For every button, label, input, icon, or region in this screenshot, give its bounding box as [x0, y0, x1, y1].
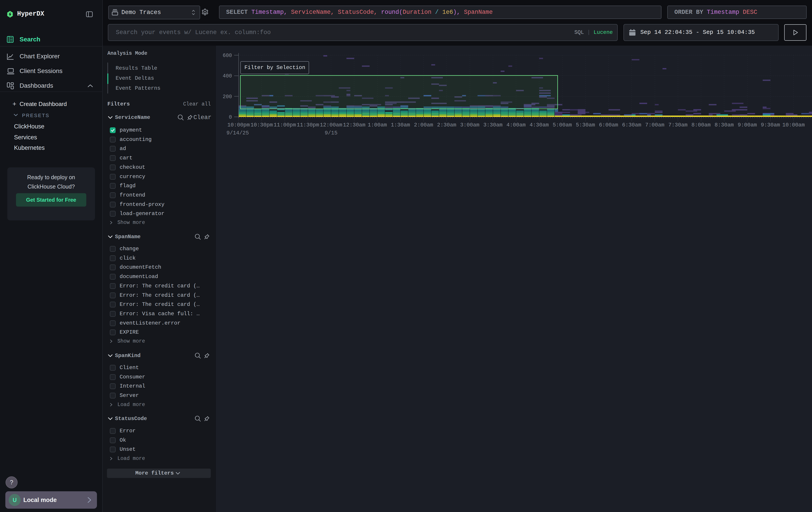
svg-text:6:00am: 6:00am [599, 122, 618, 128]
svg-text:10:00am: 10:00am [782, 122, 805, 128]
svg-text:7:30am: 7:30am [668, 122, 688, 128]
svg-text:10:00pm: 10:00pm [228, 122, 250, 128]
svg-text:1:00am: 1:00am [368, 122, 387, 128]
svg-text:3:30am: 3:30am [483, 122, 502, 128]
svg-text:9:00am: 9:00am [738, 122, 757, 128]
svg-text:3:00am: 3:00am [460, 122, 480, 128]
svg-text:600: 600 [223, 53, 232, 58]
svg-text:1:30am: 1:30am [391, 122, 410, 128]
svg-text:0: 0 [229, 114, 232, 120]
svg-text:7:00am: 7:00am [645, 122, 664, 128]
svg-text:10:30pm: 10:30pm [251, 122, 273, 128]
svg-text:11:30pm: 11:30pm [297, 122, 319, 128]
svg-text:400: 400 [223, 73, 232, 79]
svg-text:9:30am: 9:30am [761, 122, 780, 128]
svg-text:8:00am: 8:00am [692, 122, 710, 128]
svg-text:200: 200 [223, 94, 232, 100]
svg-text:2:00am: 2:00am [414, 122, 433, 128]
svg-text:9/15: 9/15 [325, 130, 338, 136]
svg-text:4:00am: 4:00am [506, 122, 526, 128]
svg-text:6:30am: 6:30am [622, 122, 641, 128]
svg-text:11:00pm: 11:00pm [274, 122, 296, 128]
svg-text:8:30am: 8:30am [715, 122, 734, 128]
svg-text:5:00am: 5:00am [553, 122, 572, 128]
svg-text:5:30am: 5:30am [576, 122, 595, 128]
svg-text:12:30am: 12:30am [343, 122, 366, 128]
svg-text:9/14/25: 9/14/25 [227, 130, 249, 136]
svg-text:2:30am: 2:30am [437, 122, 456, 128]
svg-text:12:00am: 12:00am [320, 122, 342, 128]
svg-text:4:30am: 4:30am [530, 122, 549, 128]
